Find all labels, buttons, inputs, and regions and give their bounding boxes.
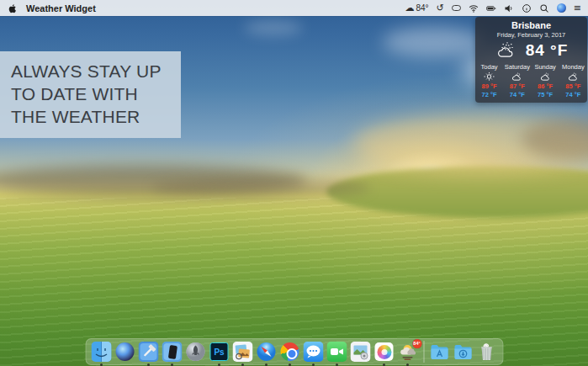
weather-app-badge: 84°: [412, 339, 421, 348]
menu-weather-temp: 84°: [416, 0, 428, 16]
forecast-day: Saturday: [505, 63, 530, 71]
widget-current-temp: 84 °F: [526, 41, 569, 60]
widget-city: Brisbane: [475, 20, 587, 30]
volume-icon[interactable]: [504, 3, 514, 13]
dock-siri-icon[interactable]: [114, 342, 135, 363]
dock-preview-icon[interactable]: [232, 342, 253, 363]
menu-weather-item[interactable]: ☁ 84°: [405, 0, 428, 16]
forecast-low: 72 °F: [482, 91, 497, 98]
forecast-col-saturday: Saturday 87 °F 74 °F: [503, 63, 531, 98]
forecast-high: 87 °F: [510, 82, 525, 90]
forecast-col-sunday: Sunday 86 °F 75 °F: [532, 63, 559, 98]
forecast-low: 74 °F: [510, 91, 525, 98]
forecast-low: 74 °F: [565, 91, 580, 98]
forecast-col-today: Today 89 °F 72 °F: [475, 63, 503, 98]
battery-icon[interactable]: [486, 3, 496, 13]
sunny-icon: [483, 72, 495, 82]
dock-facetime-icon[interactable]: [326, 342, 347, 363]
dock-applications-folder-icon[interactable]: [429, 342, 450, 363]
cloud: [244, 20, 303, 35]
battery-outline-icon[interactable]: [452, 5, 461, 11]
dock-messages-icon[interactable]: [303, 342, 324, 363]
forecast-high: 85 °F: [565, 82, 580, 90]
dock-downloads-folder-icon[interactable]: [453, 342, 474, 363]
dock-separator: [423, 341, 424, 363]
forecast-low: 75 °F: [538, 91, 553, 98]
dock-weather-app-icon[interactable]: 84°: [397, 342, 418, 363]
forecast-day: Sunday: [534, 63, 555, 71]
dock-launchpad-icon[interactable]: [185, 342, 206, 363]
time-machine-icon[interactable]: ↺: [437, 0, 444, 16]
forecast-day: Today: [481, 63, 498, 71]
forecast-col-monday: Monday 85 °F 74 °F: [559, 63, 587, 98]
spotlight-search-icon[interactable]: [539, 3, 549, 13]
menu-bar: Weather Widget ☁ 84° ↺ ≡: [0, 0, 588, 16]
apple-menu-icon[interactable]: [8, 3, 18, 13]
notification-center-icon[interactable]: ≡: [574, 0, 581, 16]
dock-simulator-icon[interactable]: [162, 342, 183, 363]
weather-cloud-icon: ☁: [405, 0, 414, 16]
forecast-high: 86 °F: [538, 82, 553, 90]
dock-xcode-icon[interactable]: [138, 342, 159, 363]
dock-image-utility-icon[interactable]: [350, 342, 371, 363]
dock: Ps 84°: [85, 338, 503, 365]
photoshop-label: Ps: [210, 342, 229, 361]
dock-trash-icon[interactable]: [476, 342, 497, 363]
partly-cloudy-icon: [567, 72, 580, 82]
forecast-row: Today 89 °F 72 °F Saturday 87 °F 74 °F S…: [475, 63, 587, 98]
info-circle-icon[interactable]: [522, 3, 532, 13]
active-app-title[interactable]: Weather Widget: [26, 3, 96, 13]
dock-photos-icon[interactable]: [373, 342, 395, 363]
partly-cloudy-icon: [495, 41, 520, 60]
dock-chrome-icon[interactable]: [279, 342, 300, 363]
siri-icon[interactable]: [557, 3, 566, 13]
partly-cloudy-icon: [539, 72, 552, 82]
widget-date: Friday, February 3, 2017: [475, 31, 587, 39]
partly-cloudy-icon: [511, 72, 523, 82]
caption-overlay: ALWAYS STAY UP TO DATE WITH THE WEATHER: [0, 51, 181, 138]
forecast-day: Monday: [562, 63, 585, 71]
forecast-high: 89 °F: [482, 82, 497, 90]
dark-horizon-cloud: [151, 178, 370, 197]
dock-photoshop-icon[interactable]: Ps: [209, 342, 230, 363]
wifi-icon[interactable]: [469, 3, 479, 13]
dock-finder-icon[interactable]: [91, 342, 112, 363]
cloud: [383, 27, 484, 57]
weather-widget-window[interactable]: Brisbane Friday, February 3, 2017 84 °F …: [475, 17, 587, 103]
dock-safari-icon[interactable]: [256, 342, 277, 363]
